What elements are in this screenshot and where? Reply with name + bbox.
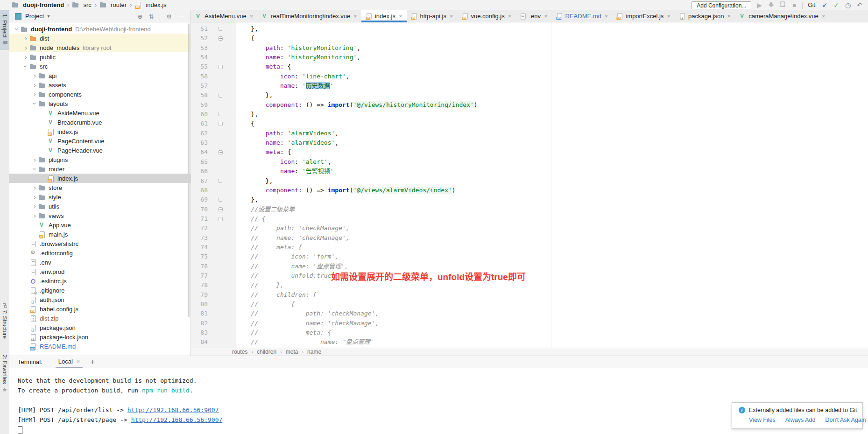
close-icon[interactable]: × [822, 13, 826, 19]
chevron-right-icon[interactable] [31, 81, 39, 89]
tree-item[interactable]: package-lock.json [9, 332, 191, 342]
stop-icon[interactable]: ■ [790, 1, 798, 9]
chevron-down-icon[interactable] [22, 62, 30, 70]
code-line[interactable]: 73 // name: 'checkManage', [191, 233, 868, 243]
close-icon[interactable]: × [727, 13, 731, 19]
tree-item[interactable]: node_moduleslibrary root [9, 43, 191, 52]
terminal-link[interactable]: http://192.168.66.56:9007 [127, 406, 219, 413]
fold-region-icon[interactable] [214, 176, 226, 186]
editor-tab[interactable]: importExcel.js× [612, 10, 675, 22]
tree-item[interactable]: auth.json [9, 295, 191, 304]
fold-region-icon[interactable] [214, 62, 226, 71]
code-line[interactable]: 55 meta: { [191, 62, 868, 71]
tree-item[interactable]: .browserslistrc [9, 239, 191, 248]
tree-item[interactable]: index.js [9, 174, 191, 183]
tree-item[interactable]: style [9, 192, 191, 202]
breadcrumb-item[interactable]: duoji-frontend [12, 1, 64, 8]
terminal-link[interactable]: http://192.168.66.56:9007 [131, 416, 223, 423]
code-line[interactable]: 81 // path: 'checkManage', [191, 309, 868, 318]
tree-item[interactable]: duoji-frontendD:\zheheWeb\duoji-frontend [9, 24, 191, 34]
tree-item[interactable]: index.js [9, 127, 191, 136]
tree-item[interactable]: babel.config.js [9, 304, 191, 314]
code-line[interactable]: 52 { [191, 34, 868, 43]
code-line[interactable]: 71 // { [191, 214, 868, 224]
fold-region-icon[interactable] [214, 110, 226, 119]
code-line[interactable]: 64 meta: { [191, 147, 868, 157]
close-icon[interactable]: × [77, 358, 80, 365]
editor-tab[interactable]: AsideMenu.vue× [191, 10, 257, 22]
code-line[interactable]: 78 // }, [191, 280, 868, 290]
tree-item[interactable]: .gitignore [9, 286, 191, 295]
editor-breadcrumb-item[interactable]: name [307, 349, 321, 355]
profiler-icon[interactable] [779, 1, 786, 9]
code-line[interactable]: 67 }, [191, 176, 868, 186]
tree-item[interactable]: utils [9, 202, 191, 211]
code-line[interactable]: 82 // name: 'checkManage', [191, 319, 868, 328]
chevron-right-icon[interactable] [22, 53, 30, 61]
editor-tab[interactable]: vue.config.js× [458, 10, 516, 22]
code-line[interactable]: 61 { [191, 119, 868, 128]
git-update-icon[interactable]: ↙ [821, 1, 828, 9]
tree-item[interactable]: README.md [9, 342, 191, 351]
tree-item[interactable]: .env.prod [9, 267, 191, 276]
chevron-right-icon[interactable] [31, 193, 39, 201]
fold-region-icon[interactable] [214, 195, 226, 204]
editor-tab[interactable]: cameraManage\index.vue× [735, 10, 829, 22]
close-icon[interactable]: × [544, 13, 548, 19]
tree-item[interactable]: components [9, 90, 191, 99]
code-line[interactable]: 57 name: '历史数据' [191, 81, 868, 91]
tree-item[interactable]: PageContent.vue [9, 136, 191, 146]
new-terminal-icon[interactable]: + [90, 358, 94, 366]
chevron-right-icon[interactable] [22, 43, 30, 52]
project-panel-title[interactable]: Project [25, 13, 44, 20]
code-line[interactable]: 79 // children: [ [191, 290, 868, 300]
chevron-down-icon[interactable] [13, 25, 21, 33]
chevron-right-icon[interactable] [31, 90, 39, 98]
tree-item[interactable]: main.js [9, 230, 191, 239]
code-line[interactable]: 58 }, [191, 91, 868, 100]
editor-tab[interactable]: package.json× [675, 10, 735, 22]
collapse-all-icon[interactable]: ⇅ [148, 13, 154, 20]
chevron-right-icon[interactable] [31, 202, 39, 210]
fold-region-icon[interactable] [214, 147, 226, 157]
tree-item[interactable]: public [9, 52, 191, 62]
fold-region-icon[interactable] [214, 119, 226, 128]
fold-region-icon[interactable] [214, 205, 226, 214]
code-line[interactable]: 63 name: 'alarmVideos', [191, 138, 868, 147]
git-history-icon[interactable]: ◷ [844, 1, 852, 9]
debug-icon[interactable] [767, 1, 775, 9]
code-line[interactable]: 70 //设置二级菜单 [191, 205, 868, 214]
notification-action[interactable]: View Files [749, 417, 776, 423]
run-icon[interactable]: ▶ [755, 1, 763, 9]
tree-item[interactable]: .editorconfig [9, 248, 191, 258]
tree-item[interactable]: src [9, 62, 191, 71]
breadcrumb-item[interactable]: router [100, 1, 127, 8]
fold-region-icon[interactable] [214, 214, 226, 224]
tree-item[interactable]: AsideMenu.vue [9, 108, 191, 118]
code-line[interactable]: 75 // icon: 'form', [191, 252, 868, 261]
code-line[interactable]: 51 }, [191, 24, 868, 34]
close-icon[interactable]: × [353, 13, 357, 19]
code-line[interactable]: 83 // meta: { [191, 328, 868, 337]
tree-item[interactable]: assets [9, 80, 191, 90]
code-line[interactable]: 74 // meta: { [191, 243, 868, 252]
breadcrumb-item[interactable]: index.js [135, 1, 166, 8]
editor-breadcrumb-item[interactable]: meta [286, 349, 298, 355]
fold-collapse-icon[interactable] [219, 217, 223, 221]
scrollbar[interactable] [188, 23, 190, 317]
breadcrumb-item[interactable]: src [72, 1, 91, 8]
tree-item[interactable]: views [9, 211, 191, 220]
tree-item[interactable]: layouts [9, 99, 191, 108]
code-line[interactable]: 65 icon: 'alert', [191, 157, 868, 167]
tree-item[interactable]: App.vue [9, 220, 191, 230]
editor-tab[interactable]: http-api.js× [407, 10, 458, 22]
locate-icon[interactable]: ⊕ [138, 13, 143, 20]
hide-panel-icon[interactable]: — [178, 13, 184, 20]
chevron-right-icon[interactable] [31, 183, 39, 192]
notification-action[interactable]: Don't Ask Again [825, 417, 866, 423]
tree-item[interactable]: dist.zip [9, 314, 191, 323]
code-line[interactable]: 84 // name: '盘点管理' [191, 337, 868, 347]
close-icon[interactable]: × [250, 13, 254, 19]
close-icon[interactable]: × [399, 13, 402, 19]
chevron-down-icon[interactable] [31, 165, 39, 173]
